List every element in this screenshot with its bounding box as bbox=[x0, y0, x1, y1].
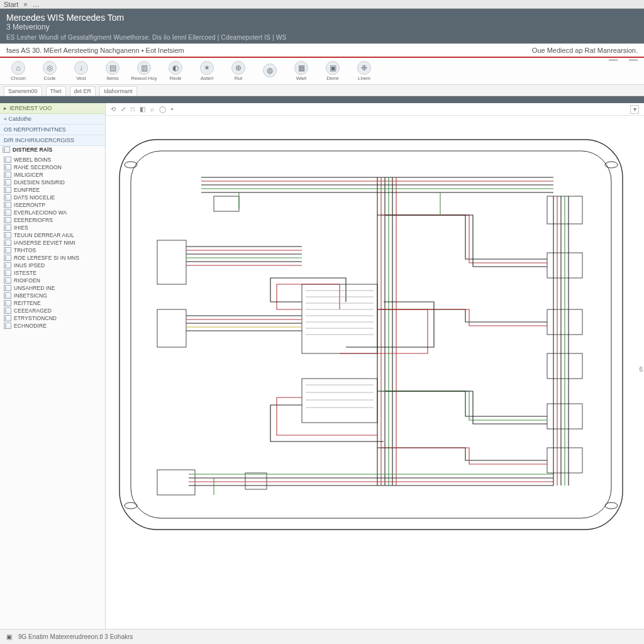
os-close-glyph[interactable]: × bbox=[23, 1, 27, 8]
ribbon-icon: ▣ bbox=[326, 61, 340, 75]
tree-item[interactable]: TEUUN DERREAR AIUL bbox=[1, 231, 104, 239]
ribbon-button-4[interactable]: ▥Rewod Hoy bbox=[130, 58, 158, 84]
ribbon-icon: ❉ bbox=[357, 61, 371, 75]
sidebar-group-label: DISTIERE RAlS bbox=[13, 147, 52, 153]
doc-icon bbox=[4, 209, 11, 216]
tree-item[interactable]: DUIESIEN SINSIRID bbox=[1, 179, 104, 186]
tree-item[interactable]: IMILIGICER bbox=[1, 171, 104, 179]
tree-item[interactable]: RAHE SECEROON bbox=[1, 164, 104, 171]
tree-item-label: IMILIGICER bbox=[14, 172, 43, 178]
canvas-tool-5[interactable]: ◯ bbox=[159, 106, 166, 113]
ribbon-icon: ▦ bbox=[294, 61, 308, 75]
tree-item-label: ISTESTE bbox=[14, 270, 36, 276]
diagram-canvas[interactable]: ⟲⤢□◧⌕◯• ▾ 6 bbox=[106, 103, 644, 629]
tree-item[interactable]: EVERLAECIONO WA bbox=[1, 209, 104, 216]
svg-rect-10 bbox=[214, 196, 239, 211]
ribbon-label: Asterl bbox=[201, 75, 213, 81]
ribbon-button-3[interactable]: ▤Items bbox=[98, 58, 127, 84]
ribbon-icon: ▥ bbox=[137, 61, 151, 75]
tree-item[interactable]: ISEERONTP bbox=[1, 201, 104, 209]
ribbon-icon: ◎ bbox=[43, 61, 57, 75]
tree-item[interactable]: CEEEARAGED bbox=[1, 307, 104, 314]
tree-item[interactable]: INBETSICNG bbox=[1, 292, 104, 299]
ribbon-icon: ✶ bbox=[200, 61, 214, 75]
minimize-button[interactable]: — bbox=[609, 54, 618, 64]
tree-item-label: ECHNODIRE bbox=[14, 323, 47, 329]
canvas-tool-4[interactable]: ⌕ bbox=[150, 106, 154, 113]
ribbon-button-5[interactable]: ◐Rede bbox=[161, 58, 190, 84]
canvas-tool-0[interactable]: ⟲ bbox=[111, 106, 116, 113]
doc-icon bbox=[4, 300, 11, 306]
status-text: 9G Enatirn Matexrerudreeon.tl 3 Eohakrs bbox=[18, 633, 133, 640]
sidebar-group[interactable]: DISTIERE RAlS bbox=[0, 146, 105, 153]
document-tabs: Sanerem00Thetdet ERIdahormant bbox=[0, 85, 644, 96]
tree-item[interactable]: EEERERIOFRS bbox=[1, 216, 104, 224]
ribbon: ⌂Chrom◎Code↓Vest▤Items▥Rewod Hoy◐Rede✶As… bbox=[0, 57, 644, 85]
canvas-dropdown[interactable]: ▾ bbox=[630, 105, 639, 114]
tree-item[interactable]: REITTENE bbox=[1, 299, 104, 307]
ribbon-label: Code bbox=[43, 75, 55, 81]
tree-item[interactable]: IHIES bbox=[1, 224, 104, 231]
ribbon-button-7[interactable]: ⊕Rut bbox=[224, 58, 253, 84]
tree-item[interactable]: ISTESTE bbox=[1, 269, 104, 277]
tab-2[interactable]: det ER bbox=[70, 86, 96, 96]
tab-0[interactable]: Sanerem00 bbox=[4, 86, 42, 96]
tree-item[interactable]: INUS IPSED bbox=[1, 262, 104, 269]
os-ellipsis[interactable]: … bbox=[33, 1, 40, 8]
ribbon-button-8[interactable]: ◍ bbox=[255, 58, 284, 84]
ribbon-button-9[interactable]: ▦Wart bbox=[287, 58, 316, 84]
tree-item[interactable]: WEBEL BOINS bbox=[1, 156, 104, 164]
close-button[interactable]: — bbox=[629, 54, 638, 64]
tree-item-label: TRHTOS bbox=[14, 247, 36, 253]
tree-item[interactable]: ROE LERESFE SI IN MNS bbox=[1, 254, 104, 262]
tree-item-label: ISEERONTP bbox=[14, 202, 45, 208]
tree-item-label: CEEEARAGED bbox=[14, 308, 52, 314]
ribbon-label: Chrom bbox=[11, 75, 26, 81]
ribbon-button-2[interactable]: ↓Vest bbox=[67, 58, 96, 84]
canvas-tool-1[interactable]: ⤢ bbox=[121, 106, 126, 113]
svg-rect-6 bbox=[157, 240, 186, 284]
canvas-toolbar: ⟲⤢□◧⌕◯• ▾ bbox=[106, 103, 644, 116]
svg-rect-7 bbox=[157, 309, 186, 347]
ribbon-icon: ↓ bbox=[74, 61, 88, 75]
os-start[interactable]: Start bbox=[4, 1, 18, 8]
tree-item[interactable]: RIOIFOEN bbox=[1, 277, 104, 284]
doc-icon bbox=[4, 285, 11, 291]
ribbon-title-bar: faes AS 30. MEerl Aersteeting Nachganenn… bbox=[0, 43, 644, 57]
canvas-tool-3[interactable]: ◧ bbox=[140, 106, 145, 113]
ribbon-title-left: faes AS 30. MEerl Aersteeting Nachganenn… bbox=[6, 47, 184, 54]
doc-icon bbox=[4, 187, 11, 193]
tree-item[interactable]: TRHTOS bbox=[1, 247, 104, 254]
tree-item[interactable]: EUNFREE bbox=[1, 186, 104, 194]
tree-item[interactable]: IANSERSE EEVIET NIMI bbox=[1, 239, 104, 247]
sidebar-sub-3[interactable]: D/R INCHIRIUGERCRGISS bbox=[0, 135, 105, 146]
tree-item-label: IANSERSE EEVIET NIMI bbox=[14, 240, 75, 246]
svg-rect-12 bbox=[302, 379, 377, 423]
tab-3[interactable]: Idahormant bbox=[99, 86, 137, 96]
tree-item[interactable]: ETRYSTIONCND bbox=[1, 314, 104, 322]
tree-item[interactable]: ECHNODIRE bbox=[1, 322, 104, 330]
tree-item[interactable]: UNSAHRED INE bbox=[1, 284, 104, 292]
canvas-tool-6[interactable]: • bbox=[171, 106, 174, 113]
sidebar-sub-1[interactable]: « Catdothe bbox=[0, 114, 105, 125]
tree-item[interactable]: DATS NIOCELIE bbox=[1, 194, 104, 201]
doc-icon bbox=[4, 315, 11, 321]
doc-icon bbox=[4, 323, 11, 329]
tree-item-label: DATS NIOCELIE bbox=[14, 194, 55, 201]
ribbon-icon: ▤ bbox=[106, 61, 119, 75]
ribbon-button-0[interactable]: ⌂Chrom bbox=[4, 58, 33, 84]
ribbon-button-1[interactable]: ◎Code bbox=[35, 58, 64, 84]
ribbon-button-11[interactable]: ❉Lhem bbox=[350, 58, 379, 84]
ribbon-button-6[interactable]: ✶Asterl bbox=[192, 58, 221, 84]
doc-icon bbox=[4, 202, 11, 208]
doc-icon bbox=[4, 217, 11, 223]
canvas-tool-2[interactable]: □ bbox=[131, 106, 135, 113]
tree-item-label: RAHE SECEROON bbox=[14, 164, 62, 170]
doc-icon bbox=[4, 308, 11, 314]
ribbon-button-10[interactable]: ▣Demr bbox=[318, 58, 347, 84]
tab-1[interactable]: Thet bbox=[46, 86, 66, 96]
os-titlebar: Start × … bbox=[0, 0, 644, 9]
sidebar-header[interactable]: ▸ IERENEST VOO bbox=[0, 103, 105, 114]
tree-item-label: TEUUN DERREAR AIUL bbox=[14, 232, 74, 238]
sidebar-sub-2[interactable]: OS NERPORTHNITNES bbox=[0, 125, 105, 135]
